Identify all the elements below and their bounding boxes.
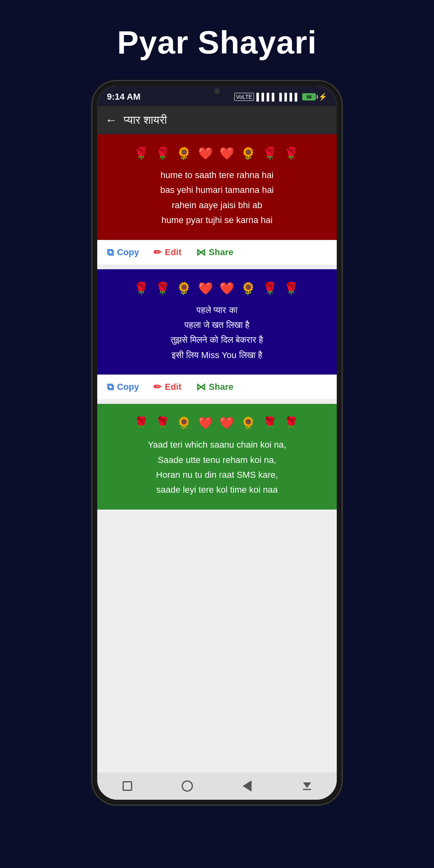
volte-icon: VoLTE bbox=[234, 93, 254, 101]
edit-icon-1: ✏ bbox=[154, 247, 162, 258]
circle-icon bbox=[182, 780, 193, 792]
bolt-icon: ⚡ bbox=[318, 92, 327, 101]
battery-icon: 58 bbox=[302, 93, 316, 100]
edit-label-1: Edit bbox=[165, 247, 182, 258]
back-button[interactable]: ← bbox=[105, 113, 117, 127]
copy-button-1[interactable]: ⧉ Copy bbox=[107, 247, 139, 258]
poem-box-2: 🌹 🌹 🌻 ❤️ ❤️ 🌻 🌹 🌹 पहले प्यार का पहला जे … bbox=[97, 269, 337, 375]
poem-text-1: hume to saath tere rahna hai bas yehi hu… bbox=[105, 168, 329, 228]
app-title: Pyar Shayari bbox=[117, 24, 317, 61]
share-label-1: Share bbox=[209, 247, 233, 258]
emoji-row-2: 🌹 🌹 🌻 ❤️ ❤️ 🌻 🌹 🌹 bbox=[105, 281, 329, 295]
content-area: 🌹 🌹 🌻 ❤️ ❤️ 🌻 🌹 🌹 hume to saath tere rah… bbox=[97, 134, 337, 772]
edit-icon-2: ✏ bbox=[154, 381, 162, 393]
poem-box-1: 🌹 🌹 🌻 ❤️ ❤️ 🌻 🌹 🌹 hume to saath tere rah… bbox=[97, 134, 337, 240]
square-icon bbox=[123, 781, 132, 791]
copy-button-2[interactable]: ⧉ Copy bbox=[107, 381, 139, 393]
top-app-bar: ← प्यार शायरी bbox=[97, 106, 337, 134]
nav-down-button[interactable] bbox=[299, 778, 315, 794]
edit-button-1[interactable]: ✏ Edit bbox=[154, 247, 182, 258]
poem-text-3: Yaad teri which saanu chain koi na, Saad… bbox=[105, 437, 329, 497]
status-time: 9:14 AM bbox=[107, 92, 141, 102]
edit-label-2: Edit bbox=[165, 382, 182, 392]
share-icon-1: ⋈ bbox=[196, 247, 206, 258]
copy-label-1: Copy bbox=[117, 247, 139, 258]
down-line bbox=[303, 789, 311, 790]
share-icon-2: ⋈ bbox=[196, 381, 206, 393]
camera-notch bbox=[214, 88, 220, 94]
emoji-row-3: 🌹 🌹 🌻 ❤️ ❤️ 🌻 🌹 🌹 bbox=[105, 416, 329, 430]
status-icons: VoLTE ▌▌▌▌ ▌▌▌▌ 58 ⚡ bbox=[234, 92, 327, 101]
shayari-card-3: 🌹 🌹 🌻 ❤️ ❤️ 🌻 🌹 🌹 Yaad teri which saanu … bbox=[97, 404, 337, 510]
screen-title: प्यार शायरी bbox=[124, 114, 167, 127]
edit-button-2[interactable]: ✏ Edit bbox=[154, 381, 182, 393]
emoji-row-1: 🌹 🌹 🌻 ❤️ ❤️ 🌻 🌹 🌹 bbox=[105, 146, 329, 160]
share-button-1[interactable]: ⋈ Share bbox=[196, 247, 233, 258]
nav-back-button[interactable] bbox=[239, 778, 255, 794]
share-label-2: Share bbox=[209, 382, 233, 392]
bottom-nav bbox=[97, 772, 337, 800]
signal-icon1: ▌▌▌▌ bbox=[256, 93, 277, 101]
triangle-icon bbox=[243, 780, 252, 792]
nav-home-button[interactable] bbox=[179, 778, 195, 794]
action-bar-2: ⧉ Copy ✏ Edit ⋈ Share bbox=[97, 375, 337, 399]
copy-icon-1: ⧉ bbox=[107, 247, 114, 258]
copy-icon-2: ⧉ bbox=[107, 381, 114, 393]
copy-label-2: Copy bbox=[117, 382, 139, 392]
shayari-card-1: 🌹 🌹 🌻 ❤️ ❤️ 🌻 🌹 🌹 hume to saath tere rah… bbox=[97, 134, 337, 264]
phone-screen: 9:14 AM VoLTE ▌▌▌▌ ▌▌▌▌ 58 ⚡ ← प्यार शाय… bbox=[97, 86, 337, 800]
poem-box-3: 🌹 🌹 🌻 ❤️ ❤️ 🌻 🌹 🌹 Yaad teri which saanu … bbox=[97, 404, 337, 510]
down-arrow bbox=[303, 782, 311, 788]
shayari-card-2: 🌹 🌹 🌻 ❤️ ❤️ 🌻 🌹 🌹 पहले प्यार का पहला जे … bbox=[97, 269, 337, 399]
nav-square-button[interactable] bbox=[119, 778, 135, 794]
phone-frame: 9:14 AM VoLTE ▌▌▌▌ ▌▌▌▌ 58 ⚡ ← प्यार शाय… bbox=[92, 81, 342, 805]
poem-text-2: पहले प्यार का पहला जे खत लिखा है तुझसे म… bbox=[105, 303, 329, 363]
action-bar-1: ⧉ Copy ✏ Edit ⋈ Share bbox=[97, 240, 337, 264]
share-button-2[interactable]: ⋈ Share bbox=[196, 381, 233, 393]
signal-icon2: ▌▌▌▌ bbox=[279, 93, 300, 101]
download-icon bbox=[303, 782, 311, 790]
